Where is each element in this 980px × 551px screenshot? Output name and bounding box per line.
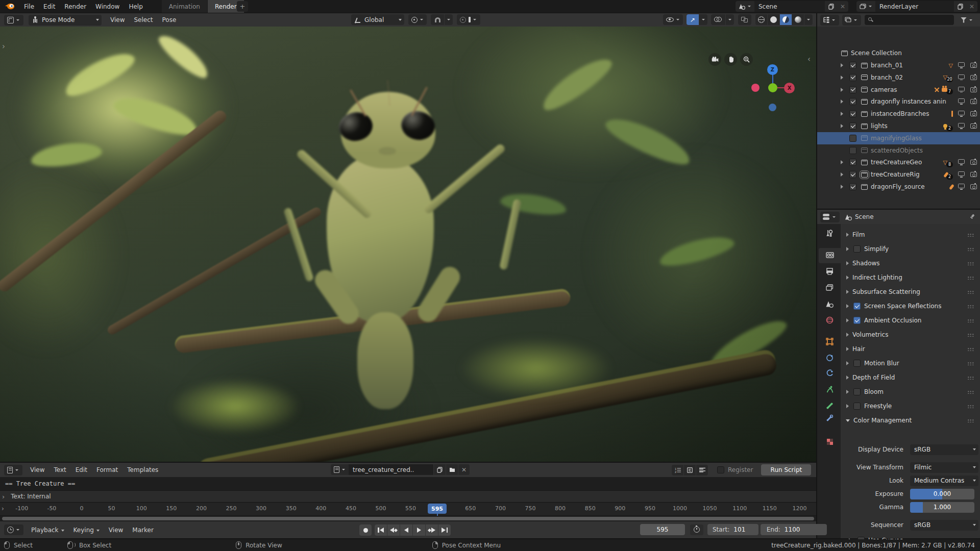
drag-handle-icon[interactable] <box>967 347 974 351</box>
timeline-editor-type-button[interactable] <box>4 524 23 535</box>
outliner-row-dragonFly_source[interactable]: dragonFly_source <box>817 181 980 193</box>
render-layer-icon[interactable] <box>856 1 875 12</box>
disable-in-render-icon[interactable] <box>970 172 977 177</box>
run-script-button[interactable]: Run Script <box>761 464 811 475</box>
use-preview-range-button[interactable] <box>690 524 703 535</box>
xray-toggle[interactable] <box>738 14 751 25</box>
camera-view-button[interactable] <box>708 53 721 66</box>
new-workspace-button[interactable]: + <box>237 1 248 12</box>
ruler-expand-icon[interactable]: › <box>2 505 4 512</box>
hide-in-viewport-icon[interactable] <box>958 62 965 67</box>
playback-menu-marker[interactable]: Marker <box>128 527 158 534</box>
text-editor-type-button[interactable] <box>4 465 22 475</box>
drag-handle-icon[interactable] <box>967 276 974 280</box>
menu-edit[interactable]: Edit <box>39 3 60 10</box>
hide-in-viewport-icon[interactable] <box>958 111 965 115</box>
register-checkbox[interactable] <box>717 466 724 473</box>
pin-icon[interactable] <box>970 214 975 219</box>
overlays-toggle[interactable] <box>711 14 725 25</box>
sequencer-select[interactable]: sRGB <box>910 520 978 531</box>
transform-orientation-dropdown[interactable]: Global <box>351 14 404 25</box>
blender-logo-icon[interactable] <box>4 2 15 11</box>
panel-indirect-lighting[interactable]: Indirect Lighting <box>841 270 980 285</box>
render-layer-name[interactable]: RenderLayer <box>875 1 954 12</box>
panel-ambient-occlusion[interactable]: Ambient Occlusion <box>841 313 980 328</box>
disable-in-render-icon[interactable] <box>970 111 977 116</box>
shading-rendered-button[interactable] <box>792 14 804 25</box>
shading-material-button[interactable] <box>780 14 792 25</box>
outliner-filter-mode-button[interactable] <box>842 15 861 26</box>
copy-text-icon[interactable] <box>434 464 446 475</box>
disable-in-render-icon[interactable] <box>970 184 977 189</box>
open-text-icon[interactable] <box>446 464 458 475</box>
outliner-row-branch_02[interactable]: branch_02▽20 <box>817 71 980 84</box>
scene-name[interactable]: Scene <box>754 1 825 12</box>
editor-type-button[interactable] <box>4 15 23 26</box>
snap-toggle[interactable] <box>431 14 444 25</box>
hide-in-viewport-icon[interactable] <box>958 159 965 164</box>
previous-keyframe-button[interactable] <box>387 524 400 536</box>
drag-handle-icon[interactable] <box>967 390 974 394</box>
hide-in-viewport-icon[interactable] <box>958 74 965 79</box>
expand-icon[interactable] <box>841 63 843 67</box>
mode-dropdown[interactable]: Pose Mode <box>29 15 102 26</box>
disable-in-render-icon[interactable] <box>970 63 977 68</box>
outliner-row-instancedBranches[interactable]: instancedBranches <box>817 108 980 120</box>
drag-handle-icon[interactable] <box>967 233 974 237</box>
menu-help[interactable]: Help <box>124 3 147 10</box>
look-select[interactable]: Medium Contras <box>910 475 978 486</box>
object-visibility-dropdown[interactable] <box>663 14 683 25</box>
start-frame-field[interactable]: Start: 101 <box>707 524 758 535</box>
text-datablock-name[interactable]: tree_creature_cred.. <box>349 464 433 475</box>
snap-options-dropdown[interactable] <box>445 14 453 25</box>
text-menu-view[interactable]: View <box>26 466 49 473</box>
expand-icon[interactable] <box>841 124 843 128</box>
collection-checkbox[interactable] <box>849 171 856 178</box>
disable-in-render-icon[interactable] <box>970 75 977 80</box>
playback-menu-playback[interactable]: Playback <box>27 527 69 534</box>
menu-window[interactable]: Window <box>91 3 124 10</box>
drag-handle-icon[interactable] <box>967 305 974 308</box>
workspace-tab-animation[interactable]: Animation <box>162 0 207 13</box>
panel-checkbox[interactable] <box>853 388 861 395</box>
drag-handle-icon[interactable] <box>967 247 974 251</box>
gizmo-options-dropdown[interactable] <box>699 14 707 25</box>
panel-subsurface-scattering[interactable]: Subsurface Scattering <box>841 285 980 299</box>
outliner-search-input[interactable] <box>865 15 954 25</box>
collection-checkbox[interactable] <box>849 74 856 81</box>
outliner-row-lights[interactable]: lights2 <box>817 120 980 132</box>
pivot-point-dropdown[interactable] <box>408 14 427 25</box>
hide-in-viewport-icon[interactable] <box>958 184 965 188</box>
viewport-canvas[interactable]: Z X ‹ › <box>0 27 816 462</box>
disable-in-render-icon[interactable] <box>970 123 977 129</box>
panel-checkbox[interactable] <box>853 403 861 410</box>
scene-icon[interactable] <box>736 1 754 12</box>
current-frame-badge[interactable]: 595 <box>428 504 447 514</box>
copy-scene-icon[interactable] <box>825 1 837 12</box>
collection-checkbox[interactable] <box>849 62 856 69</box>
collection-checkbox[interactable] <box>849 159 856 166</box>
outliner-row-branch_01[interactable]: branch_01▽ <box>817 59 980 71</box>
text-datablock-icon-button[interactable] <box>331 464 349 475</box>
outliner-row-scene-collection[interactable]: Scene Collection <box>817 47 980 59</box>
disable-in-render-icon[interactable] <box>970 160 977 165</box>
view-transform-select[interactable]: Filmic <box>910 462 978 473</box>
expand-icon[interactable] <box>841 172 843 177</box>
panel-color-management[interactable]: Color Management <box>841 413 980 428</box>
outliner-filter-dropdown[interactable] <box>958 15 976 26</box>
expand-icon[interactable] <box>841 88 843 92</box>
jump-to-start-button[interactable] <box>375 524 387 536</box>
text-menu-format[interactable]: Format <box>92 466 122 473</box>
collection-checkbox[interactable] <box>849 122 856 130</box>
expand-icon[interactable] <box>841 99 843 104</box>
panel-shadows[interactable]: Shadows <box>841 256 980 270</box>
unlink-scene-icon[interactable]: ✕ <box>837 1 848 12</box>
expand-icon[interactable] <box>841 185 843 189</box>
outliner-row-dragonfly-instances-anin[interactable]: dragonfly instances anin <box>817 95 980 108</box>
timeline-scrollbar[interactable] <box>0 516 816 521</box>
drag-handle-icon[interactable] <box>967 419 974 422</box>
display-device-select[interactable]: sRGB <box>910 444 978 455</box>
collection-checkbox[interactable] <box>849 110 856 117</box>
panel-bloom[interactable]: Bloom <box>841 385 980 399</box>
exposure-slider[interactable]: 0.000 <box>910 489 974 499</box>
